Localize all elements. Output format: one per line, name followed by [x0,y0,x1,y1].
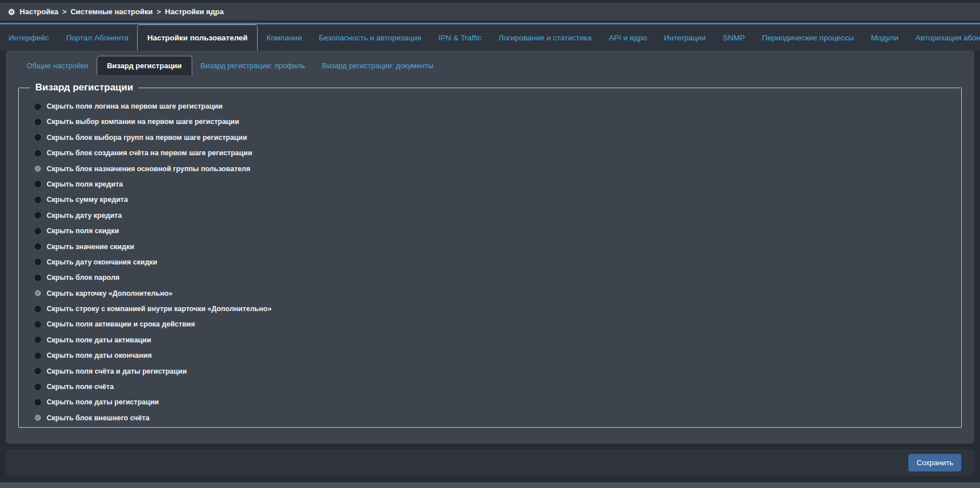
checkbox-checked[interactable]: ✓ [35,415,41,421]
breadcrumb-separator: > [62,7,67,16]
checkbox-row: Скрыть поле даты активации [35,336,953,344]
checkbox-unchecked[interactable] [35,197,41,203]
breadcrumb-item[interactable]: Настройка [20,7,59,16]
checkbox-row: Скрыть поля счёта и даты регистрации [35,367,953,375]
checkbox-list: Скрыть поле логина на первом шаге регист… [27,102,953,422]
checkbox-row: Скрыть поля кредита [35,180,953,188]
breadcrumb: ⚙ Настройка>Системные настройки>Настройк… [0,3,980,20]
checkbox-row: Скрыть блок пароля [35,274,953,282]
gear-icon: ⚙ [8,8,15,16]
checkbox-unchecked[interactable] [35,259,41,265]
checkbox-label[interactable]: Скрыть поля счёта и даты регистрации [47,367,187,375]
checkbox-row: Скрыть блок создания счёта на первом шаг… [35,149,953,157]
checkbox-label[interactable]: Скрыть поле счёта [47,383,114,391]
checkbox-label[interactable]: Скрыть поля активации и срока действия [47,320,195,328]
main-tab-3[interactable]: Настройки пользователей [137,24,258,51]
checkbox-unchecked[interactable] [35,212,41,218]
checkbox-checked[interactable]: ✓ [35,290,41,296]
breadcrumb-separator: > [156,7,161,16]
checkbox-label[interactable]: Скрыть выбор компании на первом шаге рег… [47,118,239,126]
fieldset-legend: Визард регистрации [30,82,138,93]
checkbox-row: Скрыть строку с компанией внутри карточк… [35,305,953,313]
checkbox-unchecked[interactable] [35,353,41,359]
checkbox-label[interactable]: Скрыть поле логина на первом шаге регист… [47,102,222,110]
checkbox-unchecked[interactable] [35,181,41,187]
checkbox-row: ✓Скрыть блок назначения основной группы … [35,165,953,173]
bottom-strip [0,482,980,488]
main-tab-8[interactable]: API и ядро [600,24,655,51]
main-tabbar: ИнтерфейсПортал АбонентаНастройки пользо… [0,24,980,51]
checkbox-unchecked[interactable] [35,119,41,125]
checkbox-label[interactable]: Скрыть блок внешнего счёта [47,414,150,422]
main-tab-13[interactable]: Авторизация абонентов в сети Интернет [907,24,980,51]
checkbox-row: Скрыть поле логина на первом шаге регист… [35,102,953,110]
checkbox-unchecked[interactable] [35,384,41,390]
main-tab-5[interactable]: Безопасность и авторизация [310,24,429,51]
checkbox-row: Скрыть сумму кредита [35,196,953,204]
checkbox-unchecked[interactable] [35,337,41,343]
breadcrumb-items: Настройка>Системные настройки>Настройки … [20,7,224,16]
checkbox-label[interactable]: Скрыть блок создания счёта на первом шаг… [47,149,252,157]
main-tab-2[interactable]: Портал Абонента [57,24,137,51]
content-panel: Общие настройкиВизард регистрацииВизард … [6,51,974,444]
checkbox-row: Скрыть блок выбора групп на первом шаге … [35,134,953,142]
checkbox-row: Скрыть поля скидки [35,227,953,235]
checkbox-row: Скрыть дату кредита [35,212,953,220]
checkbox-row: ✓Скрыть карточку «Дополнительно» [35,290,953,297]
checkbox-unchecked[interactable] [35,275,41,281]
checkbox-checked[interactable]: ✓ [35,166,41,172]
checkbox-label[interactable]: Скрыть карточку «Дополнительно» [47,290,172,297]
checkbox-label[interactable]: Скрыть сумму кредита [47,196,128,204]
main-tab-1[interactable]: Интерфейс [0,24,57,51]
checkbox-label[interactable]: Скрыть поля кредита [47,180,123,188]
footer-bar: Сохранить [6,449,974,475]
save-button[interactable]: Сохранить [908,454,961,472]
checkbox-row: Скрыть поле счёта [35,383,953,391]
checkbox-unchecked[interactable] [35,104,41,110]
checkbox-row: Скрыть выбор компании на первом шаге рег… [35,118,953,126]
checkbox-label[interactable]: Скрыть блок назначения основной группы п… [47,165,250,173]
sub-tab-1[interactable]: Общие настройки [18,56,97,75]
checkbox-label[interactable]: Скрыть поле даты регистрации [47,398,159,406]
wizard-fieldset: Визард регистрации Скрыть поле логина на… [18,82,962,428]
main-tab-10[interactable]: SNMP [714,24,754,51]
checkbox-unchecked[interactable] [35,306,41,312]
checkbox-unchecked[interactable] [35,134,41,140]
main-tab-11[interactable]: Периодические процессы [754,24,863,51]
sub-tab-3[interactable]: Визард регистрации: профиль [192,56,314,75]
main-tab-7[interactable]: Логирование и статистика [490,24,600,51]
checkbox-row: Скрыть поля активации и срока действия [35,320,953,328]
breadcrumb-item[interactable]: Системные настройки [71,7,153,16]
checkbox-row: Скрыть поле даты регистрации [35,398,953,406]
checkbox-unchecked[interactable] [35,150,41,156]
checkbox-label[interactable]: Скрыть строку с компанией внутри карточк… [47,305,271,313]
sub-tab-2[interactable]: Визард регистрации [97,56,192,75]
checkbox-label[interactable]: Скрыть блок пароля [47,274,119,282]
checkbox-unchecked[interactable] [35,368,41,374]
checkbox-row: Скрыть поле даты окончания [35,351,953,359]
checkbox-label[interactable]: Скрыть значение скидки [47,243,134,251]
checkbox-unchecked[interactable] [35,228,41,234]
checkbox-label[interactable]: Скрыть поля скидки [47,227,119,235]
checkbox-label[interactable]: Скрыть блок выбора групп на первом шаге … [47,134,247,142]
checkbox-row: ✓Скрыть блок внешнего счёта [35,414,953,422]
checkbox-row: Скрыть значение скидки [35,243,953,251]
sub-tabbar: Общие настройкиВизард регистрацииВизард … [18,56,974,75]
sub-tab-4[interactable]: Визард регистрации: документы [313,56,441,75]
main-tab-4[interactable]: Компании [258,24,310,51]
main-tab-12[interactable]: Модули [862,24,907,51]
checkbox-row: Скрыть дату окончания скидки [35,258,953,266]
checkbox-unchecked[interactable] [35,321,41,328]
checkbox-unchecked[interactable] [35,399,41,406]
main-tab-6[interactable]: IPN & Traffic [430,24,490,51]
checkbox-label[interactable]: Скрыть дату окончания скидки [47,258,158,266]
checkbox-label[interactable]: Скрыть поле даты окончания [47,351,152,359]
checkbox-label[interactable]: Скрыть поле даты активации [47,336,151,344]
checkbox-label[interactable]: Скрыть дату кредита [47,212,122,220]
main-tab-9[interactable]: Интеграции [655,24,714,51]
breadcrumb-item[interactable]: Настройки ядра [165,7,224,16]
checkbox-unchecked[interactable] [35,243,41,250]
